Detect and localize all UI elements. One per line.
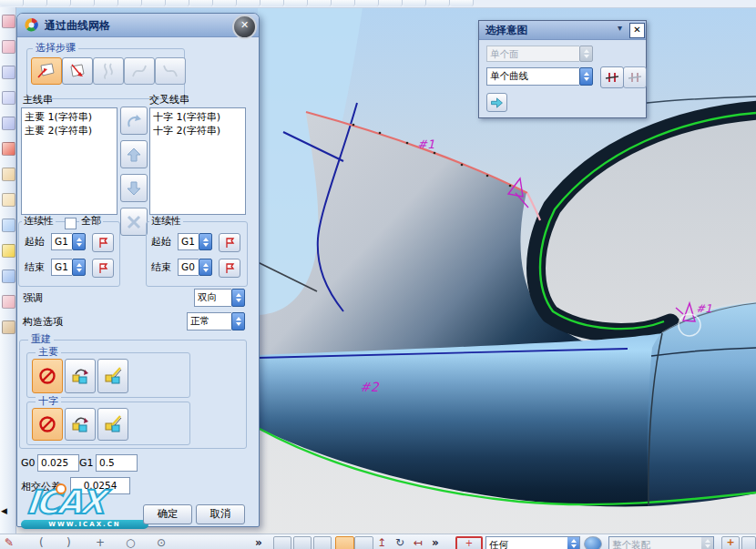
list-item[interactable]: 十字 2(字符串): [153, 124, 242, 137]
list-item[interactable]: 十字 1(字符串): [153, 110, 242, 124]
left-toolbar: ◀: [0, 7, 16, 534]
face-rule-combo-disabled: 单个面: [486, 46, 593, 62]
circle-tool-icon[interactable]: ○: [126, 536, 135, 549]
plane-filter-icon[interactable]: +: [455, 536, 483, 549]
confirm-selection-button[interactable]: [486, 93, 507, 112]
spline-curve-icon: [128, 62, 150, 80]
cross-end-flag-button[interactable]: [219, 259, 240, 278]
rebuild-cross-advanced-button[interactable]: [97, 408, 128, 441]
cancel-button[interactable]: 取消: [196, 504, 245, 524]
scope-filter-combo[interactable]: 整个装配: [608, 536, 714, 549]
construction-options-spinner[interactable]: 正常: [187, 312, 245, 330]
cad-tool-icon[interactable]: [2, 142, 15, 156]
step-cross-curves-button[interactable]: [62, 57, 93, 85]
cross-start-spin-button[interactable]: [199, 233, 212, 250]
cad-tool-icon[interactable]: [2, 269, 15, 283]
cross-end-spinner[interactable]: G0: [178, 259, 212, 276]
reverse-arrow-icon: [125, 113, 143, 129]
misc-tool-icon[interactable]: [741, 536, 756, 549]
view-tool-icon[interactable]: [313, 536, 332, 549]
continuity-all-checkbox[interactable]: [65, 218, 77, 229]
panel-menu-arrow-icon[interactable]: ▾: [618, 23, 622, 33]
follow-fillet-button-disabled: [623, 66, 647, 88]
primary-continuity-label: 连续性: [22, 215, 56, 228]
type-filter-combo[interactable]: 任何: [485, 536, 580, 549]
reverse-string-button[interactable]: [120, 107, 148, 135]
cad-tool-icon[interactable]: [2, 168, 15, 181]
curve-rule-combo[interactable]: 单个曲线: [486, 67, 593, 86]
selection-panel-close-button[interactable]: ✕: [629, 23, 645, 38]
cad-tool-icon[interactable]: [2, 117, 15, 130]
list-item[interactable]: 主要 2(字符串): [25, 124, 114, 137]
emphasis-spin-button[interactable]: [231, 289, 245, 307]
construction-spin-button[interactable]: [231, 312, 245, 330]
cad-tool-icon[interactable]: [2, 40, 15, 54]
snap-end-icon[interactable]: ↤: [414, 536, 423, 549]
snap-rotate-icon[interactable]: ↻: [395, 536, 404, 549]
right-round-surface[interactable]: [648, 302, 756, 506]
step-primary-curves-button[interactable]: [31, 57, 62, 85]
cross-end-spin-button[interactable]: [199, 259, 212, 276]
dialog-titlebar[interactable]: 通过曲线网格 ✕: [17, 14, 259, 37]
list-item[interactable]: 主要 1(字符串): [25, 110, 114, 124]
primary-start-spinner[interactable]: G1: [51, 233, 86, 250]
rebuild-primary-manual-button[interactable]: [65, 359, 96, 393]
add-snap-icon[interactable]: +: [721, 536, 740, 549]
intersection-tolerance-field[interactable]: 0.0254: [70, 477, 130, 494]
emphasis-spinner[interactable]: 双向: [194, 289, 245, 307]
sphere-filter-icon[interactable]: [584, 536, 602, 549]
cad-tool-icon[interactable]: [2, 15, 15, 28]
cad-tool-icon[interactable]: [2, 320, 15, 334]
dialog-close-button[interactable]: ✕: [232, 15, 257, 39]
overflow-chevron[interactable]: »: [255, 536, 262, 549]
rebuild-primary-advanced-button[interactable]: [97, 359, 128, 393]
arc-tool-icon[interactable]: ): [66, 536, 71, 549]
cad-tool-icon[interactable]: [2, 295, 15, 309]
primary-end-flag-button[interactable]: [92, 259, 114, 278]
rebuild-cross-manual-button[interactable]: [65, 408, 96, 441]
cad-tool-icon[interactable]: [2, 244, 15, 258]
view-tool-icon[interactable]: [273, 536, 291, 549]
arc-tool-icon[interactable]: (: [39, 536, 44, 549]
rebuild-cross-none-button[interactable]: [32, 408, 63, 441]
overflow-chevron-2[interactable]: »: [432, 536, 439, 549]
view-tool-icon[interactable]: [293, 536, 312, 549]
no-rebuild-icon: [38, 367, 56, 385]
g0-label: G0: [21, 457, 36, 470]
g1-tolerance-field[interactable]: 0.5: [96, 454, 138, 472]
primary-end-spinner[interactable]: G1: [51, 259, 86, 276]
move-up-button[interactable]: [120, 140, 148, 168]
stop-at-intersection-button[interactable]: [600, 66, 624, 88]
manual-rebuild-icon: [70, 366, 90, 386]
cross-string-list[interactable]: 十字 1(字符串) 十字 2(字符串): [149, 107, 246, 215]
active-snap-icon[interactable]: [335, 536, 354, 549]
scope-filter-spinner[interactable]: [701, 537, 713, 549]
advanced-rebuild-icon: [103, 366, 123, 386]
primary-start-flag-button[interactable]: [92, 233, 114, 252]
cad-tool-icon[interactable]: [2, 91, 15, 105]
cad-tool-icon[interactable]: [2, 219, 15, 232]
sketch-pencil-icon[interactable]: ✎: [5, 536, 14, 549]
move-down-button[interactable]: [120, 174, 148, 202]
rebuild-primary-none-button[interactable]: [32, 359, 63, 393]
snap-tool-icon[interactable]: [354, 536, 373, 549]
cross-start-spinner[interactable]: G1: [178, 233, 212, 250]
remove-string-button[interactable]: [120, 208, 148, 236]
primary-end-spin-button[interactable]: [72, 259, 86, 276]
ok-button[interactable]: 确定: [143, 504, 192, 524]
point-tool-icon[interactable]: +: [96, 536, 105, 549]
ellipse-tool-icon[interactable]: ⊙: [157, 536, 166, 549]
selection-panel-titlebar[interactable]: 选择意图 ▾ ✕: [479, 21, 646, 40]
primary-string-list[interactable]: 主要 1(字符串) 主要 2(字符串): [21, 107, 117, 215]
primary-start-spin-button[interactable]: [72, 233, 86, 250]
cad-tool-icon[interactable]: [2, 193, 15, 207]
g0-tolerance-field[interactable]: 0.025: [37, 454, 79, 472]
rebuild-primary-label: 主要: [36, 346, 61, 358]
scroll-left-arrow[interactable]: ◀: [1, 506, 7, 515]
cross-start-value: G1: [178, 233, 199, 250]
curve-rule-spin-button[interactable]: [579, 67, 593, 86]
cad-tool-icon[interactable]: [2, 66, 15, 79]
type-filter-spinner[interactable]: [567, 537, 579, 549]
snap-point-icon[interactable]: ↥: [377, 536, 386, 549]
cross-start-flag-button[interactable]: [219, 233, 240, 252]
